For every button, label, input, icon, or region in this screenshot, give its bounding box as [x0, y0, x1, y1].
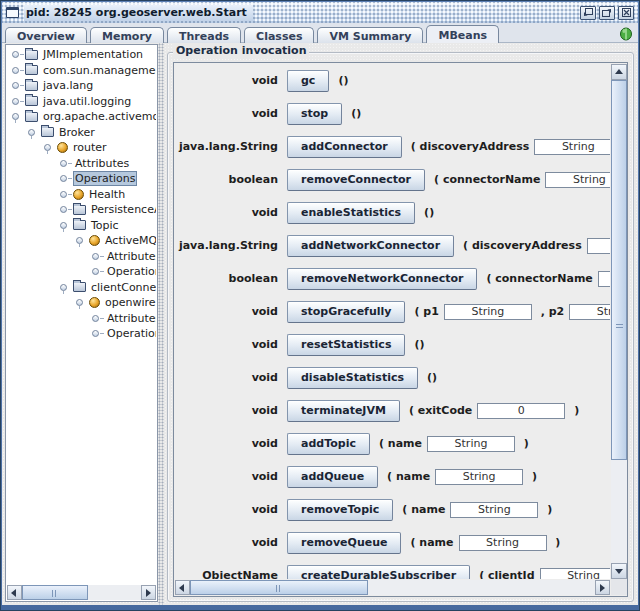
- collapse-handle-icon[interactable]: [75, 236, 88, 245]
- horizontal-scrollbar[interactable]: [175, 580, 610, 595]
- operation-button-removequeue[interactable]: removeQueue: [287, 532, 401, 554]
- scroll-down-button[interactable]: [611, 563, 627, 579]
- operation-button-createdurablesubscriber[interactable]: createDurableSubscriber: [287, 565, 470, 580]
- operation-button-enablestatistics[interactable]: enableStatistics: [287, 202, 415, 224]
- vertical-scrollbar[interactable]: [611, 64, 627, 579]
- operation-button-disablestatistics[interactable]: disableStatistics: [287, 367, 418, 389]
- tree-node-org.apache.activemq[interactable]: org.apache.activemq: [7, 109, 156, 125]
- expand-handle-icon[interactable]: [11, 81, 24, 90]
- param-value-field[interactable]: String: [569, 304, 610, 320]
- tree-node-health[interactable]: Health: [7, 187, 156, 203]
- operation-button-terminatejvm[interactable]: terminateJVM: [287, 400, 400, 422]
- scroll-left-button[interactable]: [175, 580, 190, 595]
- collapse-handle-icon[interactable]: [11, 112, 24, 121]
- operation-button-addqueue[interactable]: addQueue: [287, 466, 378, 488]
- expand-handle-icon[interactable]: [59, 159, 72, 168]
- tree-node-broker[interactable]: Broker: [7, 125, 156, 141]
- expand-handle-icon[interactable]: [91, 252, 104, 261]
- tab-vm-summary[interactable]: VM Summary: [317, 27, 423, 44]
- tree-node-java.lang[interactable]: java.lang: [7, 78, 156, 94]
- expand-handle-icon[interactable]: [11, 50, 24, 59]
- expand-handle-icon[interactable]: [11, 66, 24, 75]
- tab-classes[interactable]: Classes: [244, 27, 314, 44]
- scroll-right-button[interactable]: [141, 585, 156, 600]
- shade-button[interactable]: [580, 6, 596, 20]
- param-value-field[interactable]: String: [534, 139, 610, 155]
- operation-button-addtopic[interactable]: addTopic: [287, 433, 370, 455]
- tree-hscroll-track[interactable]: [88, 585, 141, 600]
- param-value-field[interactable]: String: [540, 568, 610, 580]
- operation-button-removeconnector[interactable]: removeConnector: [287, 169, 425, 191]
- collapse-handle-icon[interactable]: [27, 128, 40, 137]
- param-value-field[interactable]: String: [598, 271, 610, 287]
- scroll-right-button[interactable]: [595, 580, 610, 595]
- tree-node-openwire[interactable]: openwire: [7, 295, 156, 311]
- tree-node-attributes[interactable]: Attributes: [7, 156, 156, 172]
- parameter-list: ( nameString ): [379, 436, 529, 452]
- operation-button-gc[interactable]: gc: [287, 70, 329, 92]
- param-value-field[interactable]: String: [545, 172, 610, 188]
- vscroll-thumb[interactable]: [611, 80, 627, 460]
- collapse-handle-icon[interactable]: [43, 143, 56, 152]
- operation-button-addconnector[interactable]: addConnector: [287, 136, 402, 158]
- param-value-field[interactable]: String: [459, 535, 547, 551]
- tab-overview[interactable]: Overview: [5, 27, 87, 44]
- collapse-handle-icon[interactable]: [59, 283, 72, 292]
- tree-node-router[interactable]: router: [7, 140, 156, 156]
- param-value-field[interactable]: String: [444, 304, 532, 320]
- expand-handle-icon[interactable]: [91, 329, 104, 338]
- tree-node-activemq[interactable]: ActiveMQ: [7, 233, 156, 249]
- tree-node-operations[interactable]: Operations: [7, 264, 156, 280]
- tab-memory[interactable]: Memory: [90, 27, 164, 44]
- operation-button-stopgracefully[interactable]: stopGracefully: [287, 301, 405, 323]
- operation-button-addnetworkconnector[interactable]: addNetworkConnector: [287, 235, 454, 257]
- param-value-field[interactable]: String: [587, 238, 610, 254]
- expand-handle-icon[interactable]: [59, 190, 72, 199]
- param-value-field[interactable]: String: [450, 502, 538, 518]
- tree-node-attributes[interactable]: Attributes: [7, 311, 156, 327]
- close-button[interactable]: [618, 6, 634, 20]
- operation-button-removenetworkconnector[interactable]: removeNetworkConnector: [287, 268, 477, 290]
- operation-button-removetopic[interactable]: removeTopic: [287, 499, 393, 521]
- expand-handle-icon[interactable]: [11, 97, 24, 106]
- tree-node-operations[interactable]: Operations: [7, 171, 156, 187]
- operation-button-stop[interactable]: stop: [287, 103, 342, 125]
- mbean-tree-panel: JMImplementationcom.sun.managementjava.l…: [5, 44, 158, 602]
- tab-mbeans[interactable]: MBeans: [426, 25, 499, 43]
- param-value-field[interactable]: 0: [477, 403, 565, 419]
- scroll-left-button[interactable]: [7, 585, 22, 600]
- tree-node-persistenceadapter[interactable]: PersistenceAdapter: [7, 202, 156, 218]
- tree-node-topic[interactable]: Topic: [7, 218, 156, 234]
- expand-handle-icon[interactable]: [91, 314, 104, 323]
- tree-horizontal-scrollbar[interactable]: [7, 585, 156, 600]
- tree-node-java.util.logging[interactable]: java.util.logging: [7, 94, 156, 110]
- hscroll-track[interactable]: [368, 580, 595, 595]
- hscroll-thumb[interactable]: [190, 580, 368, 595]
- tree-node-operations[interactable]: Operations: [7, 326, 156, 342]
- window-titlebar[interactable]: pid: 28245 org.geoserver.web.Start: [2, 2, 638, 23]
- tree-node-attributes[interactable]: Attributes: [7, 249, 156, 265]
- tree-hscroll-thumb[interactable]: [22, 585, 88, 600]
- tree-node-jmimplementation[interactable]: JMImplementation: [7, 47, 156, 63]
- param-value-field[interactable]: String: [427, 436, 515, 452]
- scroll-up-button[interactable]: [611, 64, 627, 80]
- operation-row: voiddisableStatistics(): [175, 361, 610, 394]
- mbean-icon: [89, 297, 100, 308]
- collapse-handle-icon[interactable]: [75, 298, 88, 307]
- param-value-field[interactable]: String: [435, 469, 523, 485]
- expand-handle-icon[interactable]: [59, 174, 72, 183]
- operation-button-resetstatistics[interactable]: resetStatistics: [287, 334, 405, 356]
- parameter-list: ( connectorNameString ): [434, 172, 610, 188]
- return-type-label: void: [175, 470, 278, 483]
- tree-node-clientconnectors[interactable]: clientConnectors: [7, 280, 156, 296]
- return-type-label: ObjectName: [175, 569, 278, 579]
- expand-handle-icon[interactable]: [59, 205, 72, 214]
- maximize-button[interactable]: [599, 6, 615, 20]
- param-name-label: connectorName: [443, 173, 541, 186]
- tab-threads[interactable]: Threads: [167, 27, 241, 44]
- return-type-label: void: [175, 503, 278, 516]
- tree-node-com.sun.management[interactable]: com.sun.management: [7, 63, 156, 79]
- collapse-handle-icon[interactable]: [59, 221, 72, 230]
- expand-handle-icon[interactable]: [91, 267, 104, 276]
- mbean-icon: [57, 142, 68, 153]
